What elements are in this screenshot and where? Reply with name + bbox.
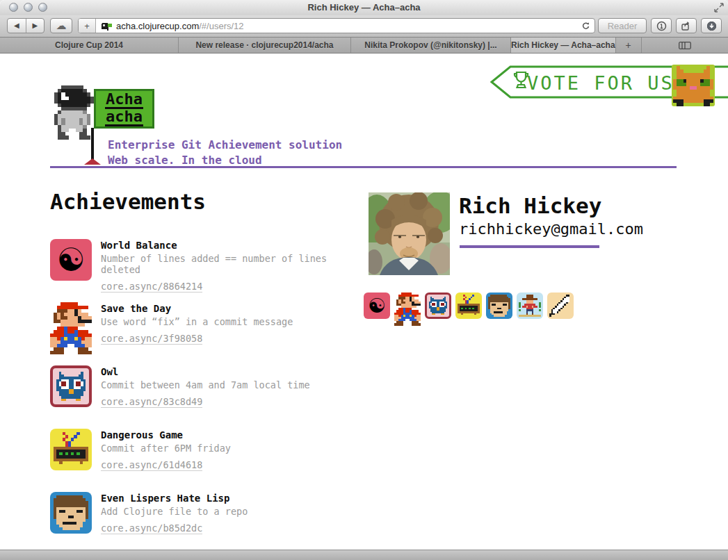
site-tagline: Enterprise Git Achievement solution Web …: [108, 138, 342, 168]
circled-one-icon: [656, 21, 667, 31]
achievement-description: Number of lines added == number of lines…: [101, 253, 356, 275]
achievement-title: Owl: [101, 366, 310, 377]
achievement-icon: ☯: [50, 239, 92, 281]
yinyang-badge[interactable]: ☯: [364, 293, 390, 319]
minimize-window-button[interactable]: [24, 3, 33, 12]
lisper-badge[interactable]: [486, 293, 512, 319]
back-button[interactable]: ◀: [8, 19, 26, 33]
browser-tab[interactable]: New release · clojurecup2014/acha: [179, 38, 351, 53]
add-bookmark-button[interactable]: +: [79, 19, 96, 33]
achievement-commit-link[interactable]: core.async/8864214: [101, 281, 202, 293]
cloud-icon: ☁: [56, 19, 67, 32]
nav-buttons: ◀ ▶: [7, 18, 45, 33]
user-photo: [369, 192, 450, 275]
achievement-commit-link[interactable]: core.async/b85d2dc: [101, 523, 202, 534]
safari-window: Rich Hickey — Acha–acha ◀ ▶ ☁ + ach: [0, 0, 728, 560]
reader-button[interactable]: Reader: [598, 18, 647, 33]
sidebar-button[interactable]: [651, 18, 672, 33]
logo-line1: Acha: [105, 92, 143, 109]
forward-button[interactable]: ▶: [26, 19, 45, 33]
trophy-icon: [515, 72, 528, 88]
achievement-item: Save the Day Use word “fix” in a commit …: [50, 302, 356, 344]
achievement-item: Owl Commit between 4am and 7am local tim…: [50, 365, 356, 407]
tagline-line1: Enterprise Git Achievement solution: [108, 138, 342, 153]
achievement-icon: [50, 492, 92, 534]
browser-tab[interactable]: Rich Hickey — Acha–acha: [511, 38, 616, 53]
page-content: Acha acha Enterprise Git Achievement sol…: [0, 53, 728, 550]
user-name: Rich Hickey: [459, 195, 601, 217]
site-favicon-icon: [101, 22, 113, 31]
achievement-title: Dangerous Game: [101, 429, 231, 440]
achievement-description: Commit after 6PM friday: [101, 443, 231, 454]
cowboy-badge[interactable]: [517, 293, 543, 319]
flag-pole-base: [84, 158, 101, 165]
vote-banner-label[interactable]: VOTE FOR US: [527, 74, 674, 92]
achievement-item: ☯ World Balance Number of lines added ==…: [50, 239, 356, 281]
owl-badge[interactable]: [425, 293, 451, 319]
flag-pole: [91, 128, 94, 161]
traffic-lights: [9, 3, 47, 12]
feather-badge[interactable]: [547, 293, 574, 319]
browser-tab[interactable]: Clojure Cup 2014: [0, 38, 179, 53]
icloud-tabs-button[interactable]: ☁: [50, 18, 72, 33]
fullscreen-icon[interactable]: [714, 3, 724, 13]
achievement-item: Dangerous Game Commit after 6PM friday c…: [50, 429, 356, 470]
achievement-title: World Balance: [101, 240, 356, 251]
window-title: Rich Hickey — Acha–acha: [0, 0, 728, 15]
user-email: richhickey@gmail.com: [459, 221, 643, 238]
tab-overview-icon: [679, 42, 691, 49]
achievement-description: Add Clojure file to a repo: [101, 506, 248, 517]
achievement-title: Even Lispers Hate Lisp: [101, 493, 248, 504]
achievements-list: ☯ World Balance Number of lines added ==…: [50, 239, 356, 555]
share-icon: [681, 21, 692, 31]
browser-toolbar: ◀ ▶ ☁ + acha.clojurecup.com/#/users/12: [0, 15, 728, 38]
achievement-commit-link[interactable]: core.async/3f98058: [101, 333, 202, 345]
achievement-item: Even Lispers Hate Lisp Add Clojure file …: [50, 492, 356, 534]
achievement-icon: [50, 302, 92, 344]
achievement-title: Save the Day: [101, 303, 293, 314]
achievement-description: Use word “fix” in a commit message: [101, 316, 293, 327]
zoom-window-button[interactable]: [38, 3, 47, 12]
cat-mascot-icon: [672, 65, 715, 106]
achievements-heading: Achievements: [50, 191, 206, 213]
acha-logo[interactable]: Acha acha: [94, 89, 154, 129]
mario-badge[interactable]: [394, 293, 421, 319]
logo-line2: acha: [105, 109, 143, 126]
new-tab-button[interactable]: +: [616, 38, 642, 53]
dynamite-badge[interactable]: [455, 293, 482, 319]
achievement-description: Commit between 4am and 7am local time: [101, 379, 310, 390]
achievement-commit-link[interactable]: core.async/83c8d49: [101, 397, 202, 408]
bottom-bar: [0, 550, 728, 560]
address-bar[interactable]: + acha.clojurecup.com/#/users/12: [78, 18, 595, 33]
header-divider: [50, 166, 677, 168]
show-all-tabs-button[interactable]: [642, 38, 728, 53]
close-window-button[interactable]: [9, 3, 18, 12]
user-badges-row: ☯: [364, 293, 574, 319]
refresh-icon[interactable]: [581, 22, 590, 31]
download-icon: [706, 21, 717, 31]
tab-bar: Clojure Cup 2014 New release · clojurecu…: [0, 38, 728, 53]
url-path: /#/users/12: [199, 21, 243, 31]
browser-tab[interactable]: Nikita Prokopov (@nikitonsky) |...: [351, 38, 511, 53]
achievement-commit-link[interactable]: core.async/61d4618: [101, 460, 202, 471]
achievement-icon: [50, 429, 92, 470]
user-divider: [460, 245, 599, 248]
title-bar: Rich Hickey — Acha–acha: [0, 0, 728, 16]
achievement-icon: [50, 365, 92, 407]
downloads-button[interactable]: [701, 18, 722, 33]
share-button[interactable]: [676, 18, 697, 33]
url-host: acha.clojurecup.com: [116, 21, 199, 31]
